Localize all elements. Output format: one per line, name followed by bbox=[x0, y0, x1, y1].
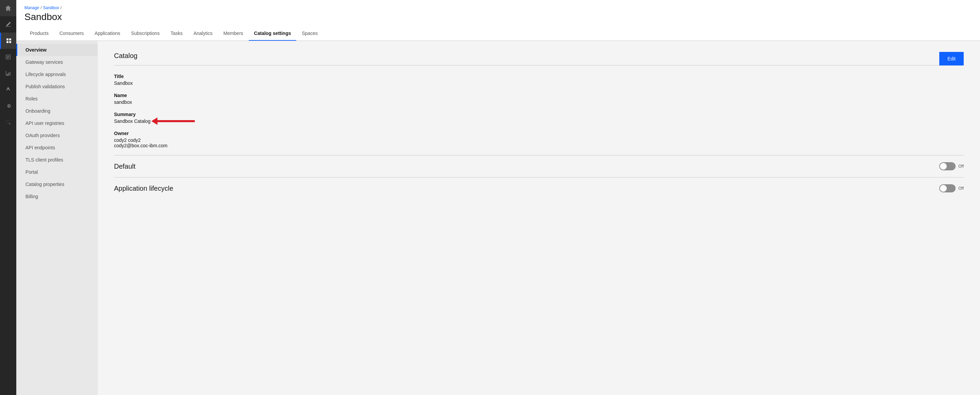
sidebar-item-api-endpoints[interactable]: API endpoints bbox=[16, 142, 98, 154]
field-owner-email: cody2@box.coc-ibm.com bbox=[114, 143, 964, 148]
sidebar-item-roles[interactable]: Roles bbox=[16, 92, 98, 105]
search-icon bbox=[5, 119, 11, 125]
field-title-label: Title bbox=[114, 74, 964, 79]
sidebar: Overview Gateway services Lifecycle appr… bbox=[16, 41, 98, 395]
sidebar-item-onboarding[interactable]: Onboarding bbox=[16, 105, 98, 117]
sidebar-item-api-user-registries[interactable]: API user registries bbox=[16, 117, 98, 129]
catalog-divider bbox=[114, 65, 964, 65]
field-owner: Owner cody2 cody2 cody2@box.coc-ibm.com bbox=[114, 131, 964, 148]
top-area: Manage / Sandbox / Sandbox Products Cons… bbox=[16, 0, 980, 41]
tab-spaces[interactable]: Spaces bbox=[296, 27, 323, 41]
app-lifecycle-toggle[interactable] bbox=[939, 184, 956, 193]
content-area: Overview Gateway services Lifecycle appr… bbox=[16, 41, 980, 395]
app-lifecycle-toggle-right: Off bbox=[939, 184, 964, 193]
tab-subscriptions[interactable]: Subscriptions bbox=[126, 27, 165, 41]
tab-analytics[interactable]: Analytics bbox=[188, 27, 218, 41]
nav-search[interactable] bbox=[0, 114, 16, 130]
arrow-annotation bbox=[151, 118, 195, 125]
nav-dashboard[interactable] bbox=[0, 33, 16, 49]
left-navigation bbox=[0, 0, 16, 395]
tab-tasks[interactable]: Tasks bbox=[165, 27, 188, 41]
app-lifecycle-toggle-row: Application lifecycle Off bbox=[114, 177, 964, 199]
field-name-label: Name bbox=[114, 92, 964, 98]
tab-products[interactable]: Products bbox=[24, 27, 54, 41]
nav-settings[interactable] bbox=[0, 98, 16, 114]
sidebar-item-catalog-properties[interactable]: Catalog properties bbox=[16, 178, 98, 190]
edit-icon bbox=[5, 21, 11, 27]
home-icon bbox=[5, 5, 11, 11]
chart-icon bbox=[5, 70, 11, 76]
arrow-body bbox=[158, 120, 195, 122]
nav-chart[interactable] bbox=[0, 65, 16, 81]
sidebar-item-publish-validations[interactable]: Publish validations bbox=[16, 80, 98, 92]
default-toggle-label: Off bbox=[958, 164, 964, 169]
default-toggle-right: Off bbox=[939, 162, 964, 170]
main-wrapper: Manage / Sandbox / Sandbox Products Cons… bbox=[16, 0, 980, 395]
main-panel: Catalog Edit Title Sandbox Name sandbox … bbox=[98, 41, 980, 395]
arrow-head bbox=[151, 118, 158, 125]
sidebar-item-gateway-services[interactable]: Gateway services bbox=[16, 56, 98, 68]
breadcrumb-sandbox[interactable]: Sandbox bbox=[43, 5, 59, 10]
sidebar-item-lifecycle-approvals[interactable]: Lifecycle approvals bbox=[16, 68, 98, 80]
tab-members[interactable]: Members bbox=[218, 27, 248, 41]
tab-applications[interactable]: Applications bbox=[89, 27, 126, 41]
field-title: Title Sandbox bbox=[114, 74, 964, 86]
default-toggle-row: Default Off bbox=[114, 155, 964, 177]
sidebar-item-tls-client-profiles[interactable]: TLS client profiles bbox=[16, 154, 98, 166]
sidebar-item-overview[interactable]: Overview bbox=[16, 44, 98, 56]
field-name-value: sandbox bbox=[114, 99, 964, 105]
field-owner-name: cody2 cody2 bbox=[114, 137, 964, 143]
nav-edit[interactable] bbox=[0, 16, 16, 33]
breadcrumb: Manage / Sandbox / bbox=[16, 0, 980, 11]
nav-home[interactable] bbox=[0, 0, 16, 16]
field-summary-label: Summary bbox=[114, 111, 964, 117]
field-summary: Summary Sandbox Catalog bbox=[114, 111, 964, 124]
nav-document[interactable] bbox=[0, 49, 16, 65]
tab-catalog-settings[interactable]: Catalog settings bbox=[249, 27, 297, 41]
app-lifecycle-toggle-label: Off bbox=[958, 186, 964, 191]
field-summary-value: Sandbox Catalog bbox=[114, 118, 964, 124]
tab-consumers[interactable]: Consumers bbox=[54, 27, 89, 41]
nav-people[interactable] bbox=[0, 81, 16, 98]
sidebar-item-oauth-providers[interactable]: OAuth providers bbox=[16, 129, 98, 142]
settings-icon bbox=[5, 103, 11, 109]
sidebar-item-portal[interactable]: Portal bbox=[16, 166, 98, 178]
breadcrumb-manage[interactable]: Manage bbox=[24, 5, 39, 10]
breadcrumb-sep1: / bbox=[40, 5, 41, 10]
sidebar-item-billing[interactable]: Billing bbox=[16, 190, 98, 202]
edit-button[interactable]: Edit bbox=[939, 52, 964, 65]
catalog-section-title: Catalog bbox=[114, 52, 964, 60]
field-name: Name sandbox bbox=[114, 92, 964, 105]
default-toggle[interactable] bbox=[939, 162, 956, 170]
dashboard-icon bbox=[6, 38, 12, 44]
breadcrumb-sep2: / bbox=[60, 5, 61, 10]
field-title-value: Sandbox bbox=[114, 80, 964, 86]
default-label: Default bbox=[114, 162, 135, 170]
document-icon bbox=[5, 54, 11, 60]
app-lifecycle-label: Application lifecycle bbox=[114, 185, 173, 193]
people-icon bbox=[5, 86, 11, 92]
field-owner-label: Owner bbox=[114, 131, 964, 136]
page-title: Sandbox bbox=[16, 11, 980, 27]
tab-bar: Products Consumers Applications Subscrip… bbox=[16, 27, 980, 41]
